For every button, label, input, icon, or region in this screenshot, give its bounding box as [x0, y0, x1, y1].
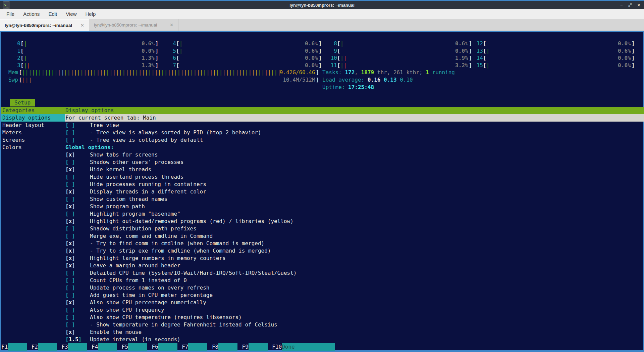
menu-item-actions[interactable]: Actions: [19, 10, 44, 18]
option-checkbox-row[interactable]: [ ]Show custom thread names: [65, 195, 644, 203]
checkbox[interactable]: [ ]: [65, 136, 90, 144]
category-item-meters[interactable]: Meters: [1, 129, 65, 136]
tab-close-icon[interactable]: ✕: [79, 22, 86, 29]
option-checkbox-row[interactable]: [ ]Highlight program "basename": [65, 210, 644, 218]
cpu-percent: 1.3%: [142, 62, 155, 69]
tab-close-icon[interactable]: ✕: [168, 22, 175, 28]
category-item-screens[interactable]: Screens: [1, 136, 65, 144]
menu-item-edit[interactable]: Edit: [44, 10, 61, 18]
checkbox-mark: x: [69, 248, 72, 254]
checkbox[interactable]: [ ]: [65, 181, 90, 188]
checkbox[interactable]: [ ]: [65, 284, 90, 292]
checkbox[interactable]: [x]: [65, 203, 90, 210]
option-checkbox-row[interactable]: [ ]Hide userland process threads: [65, 173, 644, 181]
option-checkbox-row[interactable]: [ ]- Tree view is collapsed by default: [65, 136, 644, 144]
number-field[interactable]: [1.5]: [65, 336, 90, 343]
checkbox[interactable]: [ ]: [65, 321, 90, 328]
terminal-viewport[interactable]: 0[|0.6%]1[0.0%]2[|1.3%]3[||1.3%]4[|0.6%]…: [0, 31, 644, 352]
checkbox[interactable]: [x]: [65, 247, 90, 255]
cpu-percent: 3.2%: [455, 62, 468, 69]
titlebar[interactable]: >_ lyn@lyn-b850mprors: ~/manual − ⤢ ✕: [0, 1, 644, 9]
fkey-caption: [38, 343, 57, 351]
checkbox[interactable]: [x]: [65, 299, 90, 306]
fkey-f1[interactable]: F1: [1, 343, 27, 351]
checkbox[interactable]: [ ]: [65, 195, 90, 203]
checkbox[interactable]: [ ]: [65, 173, 90, 181]
checkbox[interactable]: [x]: [65, 218, 90, 225]
fkey-f4[interactable]: F4: [92, 343, 117, 351]
cpu-number: 4: [165, 40, 176, 47]
fkey-f9[interactable]: F9: [242, 343, 268, 351]
maximize-button[interactable]: ⤢: [628, 2, 632, 8]
minimize-button[interactable]: −: [620, 3, 623, 8]
option-checkbox-row[interactable]: [ ]Shadow distribution path prefixes: [65, 225, 644, 232]
option-checkbox-row[interactable]: [x]Highlight large numbers in memory cou…: [65, 255, 644, 262]
checkbox[interactable]: [ ]: [65, 269, 90, 277]
menu-item-file[interactable]: File: [2, 10, 19, 18]
checkbox[interactable]: [ ]: [65, 225, 90, 232]
checkbox[interactable]: [ ]: [65, 210, 90, 218]
menu-item-view[interactable]: View: [61, 10, 81, 18]
option-checkbox-row[interactable]: [ ]Also show CPU frequency: [65, 306, 644, 314]
checkbox[interactable]: [ ]: [65, 129, 90, 136]
checkbox[interactable]: [x]: [65, 255, 90, 262]
checkbox[interactable]: [x]: [65, 166, 90, 173]
setup-screen-tab[interactable]: Setup: [10, 99, 35, 106]
cpu-meter-3: 3[||1.3%]: [9, 62, 158, 69]
option-checkbox-row[interactable]: [ ]Also show CPU temperature (requires l…: [65, 314, 644, 321]
category-item-display-options[interactable]: Display options: [1, 114, 65, 122]
option-checkbox-row[interactable]: [x]Leave a margin around header: [65, 262, 644, 269]
option-checkbox-row[interactable]: [x]Enable the mouse: [65, 328, 644, 336]
option-checkbox-row[interactable]: [x]Hide kernel threads: [65, 166, 644, 173]
checkbox[interactable]: [ ]: [65, 277, 90, 284]
option-checkbox-row[interactable]: [ ]- Tree view is always sorted by PID (…: [65, 129, 644, 136]
fkey-f3[interactable]: F3: [61, 343, 87, 351]
checkbox[interactable]: [x]: [65, 188, 90, 195]
option-checkbox-row[interactable]: [ ]Add guest time in CPU meter percentag…: [65, 292, 644, 299]
terminal-tab-2[interactable]: lyn@lyn-b850mprors: ~/manual✕: [89, 19, 178, 31]
option-checkbox-row[interactable]: [ ]Detailed CPU time (System/IO-Wait/Har…: [65, 269, 644, 277]
checkbox[interactable]: [x]: [65, 151, 90, 159]
menu-bar: FileActionsEditViewHelp: [0, 9, 644, 19]
checkbox[interactable]: [x]: [65, 328, 90, 336]
cpu-percent: 1.9%: [455, 54, 468, 62]
option-checkbox-row[interactable]: [x]Show tabs for screens: [65, 151, 644, 159]
fkey-f8[interactable]: F8: [212, 343, 237, 351]
option-checkbox-row[interactable]: [ ]Merge exe, comm and cmdline in Comman…: [65, 232, 644, 240]
checkbox[interactable]: [x]: [65, 240, 90, 247]
option-checkbox-row[interactable]: [ ]Hide processes running in containers: [65, 181, 644, 188]
option-checkbox-row[interactable]: [x]Display threads in a different color: [65, 188, 644, 195]
fkey-f5[interactable]: F5: [122, 343, 147, 351]
option-checkbox-row[interactable]: [x]Highlight out-dated/removed programs …: [65, 218, 644, 225]
option-checkbox-row[interactable]: [ ]Shadow other users' processes: [65, 159, 644, 166]
checkbox[interactable]: [ ]: [65, 159, 90, 166]
option-checkbox-row[interactable]: [ ]Count CPUs from 1 instead of 0: [65, 277, 644, 284]
checkbox[interactable]: [ ]: [65, 306, 90, 314]
menu-item-help[interactable]: Help: [81, 10, 100, 18]
option-checkbox-row[interactable]: [x]Also show CPU percentage numerically: [65, 299, 644, 306]
fkey-f2[interactable]: F2: [32, 343, 57, 351]
fkey-label: F1: [1, 343, 8, 351]
swap-meter-label: Swp: [8, 76, 19, 84]
checkbox[interactable]: [ ]: [65, 232, 90, 240]
fkey-f6[interactable]: F6: [152, 343, 177, 351]
option-checkbox-row[interactable]: [x]Show program path: [65, 203, 644, 210]
option-checkbox-row[interactable]: [x]- Try to strip exe from cmdline (when…: [65, 247, 644, 255]
checkbox[interactable]: [ ]: [65, 292, 90, 299]
load-average: Load average: 0.16 0.13 0.10: [322, 76, 413, 84]
checkbox[interactable]: [x]: [65, 262, 90, 269]
checkbox[interactable]: [ ]: [65, 122, 90, 129]
option-checkbox-row[interactable]: [ ]Update process names on every refresh: [65, 284, 644, 292]
option-checkbox-row[interactable]: [ ]Tree view: [65, 122, 644, 129]
category-item-header-layout[interactable]: Header layout: [1, 122, 65, 129]
fkey-f10[interactable]: F10Done: [272, 343, 335, 351]
close-button[interactable]: ✕: [637, 3, 641, 8]
category-item-colors[interactable]: Colors: [1, 144, 65, 151]
option-checkbox-row[interactable]: [ ]- Show temperature in degree Fahrenhe…: [65, 321, 644, 328]
option-number-row[interactable]: [1.5]Update interval (in seconds): [65, 336, 644, 343]
terminal-tab-1[interactable]: lyn@lyn-b850mprors: ~/manual✕: [0, 19, 89, 31]
option-checkbox-row[interactable]: [x]- Try to find comm in cmdline (when C…: [65, 240, 644, 247]
cpu-meter-bar: |0.6%: [486, 62, 632, 69]
fkey-f7[interactable]: F7: [182, 343, 207, 351]
checkbox[interactable]: [ ]: [65, 314, 90, 321]
